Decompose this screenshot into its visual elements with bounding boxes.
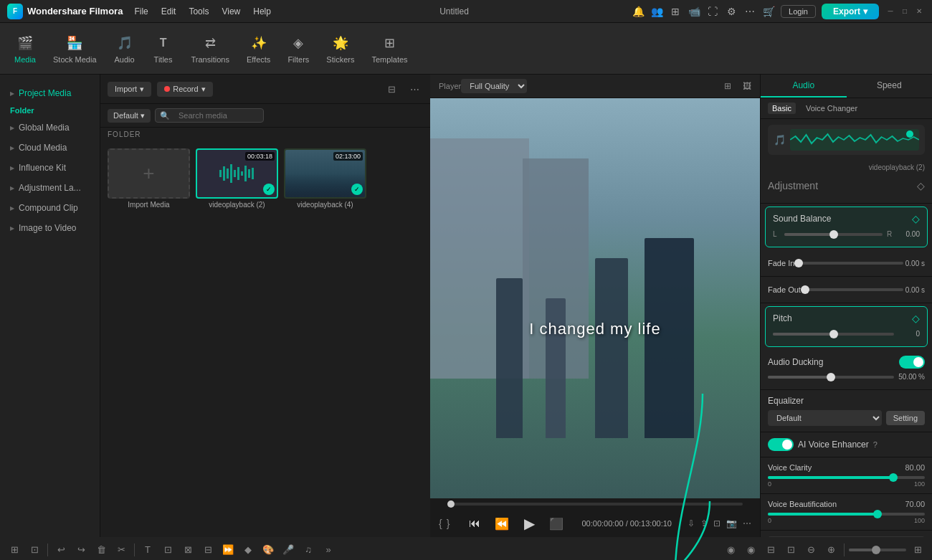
redo-button[interactable]: ↪ [72,541,90,559]
cart-icon[interactable]: 🛒 [762,5,775,18]
notification-icon[interactable]: 🔔 [632,5,645,18]
grid-view-icon-2[interactable]: ⊞ [724,81,731,91]
keyframe-tool[interactable]: ◆ [239,541,257,559]
menu-tools[interactable]: Tools [183,5,214,18]
equalizer-select[interactable]: Default [768,410,882,426]
sound-balance-diamond-icon[interactable]: ◇ [912,213,920,224]
fade-in-thumb[interactable] [794,259,803,267]
split-tool[interactable]: ⊟ [199,541,217,559]
audio-ducking-toggle[interactable] [899,356,925,369]
pitch-diamond-icon[interactable]: ◇ [912,313,920,324]
snap-icon[interactable]: ⊞ [6,541,23,559]
zoom-slider[interactable] [849,549,906,551]
remove-icon[interactable]: ⊖ [802,541,819,559]
pitch-thumb[interactable] [829,330,838,338]
stop-button[interactable]: ⬛ [547,514,566,533]
more-options-icon[interactable]: ⋯ [406,80,423,98]
menu-file[interactable]: File [128,5,153,18]
audio-ducking-thumb[interactable] [827,373,835,381]
transform-tool[interactable]: ⊡ [159,541,176,559]
skip-back-button[interactable]: ⏮ [465,514,484,533]
mark-out-icon[interactable]: ◉ [742,541,759,559]
more-icon[interactable]: ⋯ [743,518,751,528]
layout-btn[interactable]: ⊞ [909,541,926,559]
community-icon[interactable]: 👥 [650,5,663,18]
color-tool[interactable]: 🎨 [260,541,277,559]
cut-button[interactable]: ✂ [113,541,130,559]
sound-balance-slider[interactable] [784,233,883,236]
insert-icon[interactable]: ⇩ [688,518,695,528]
detach-audio-icon[interactable]: ⊡ [713,518,721,528]
import-button[interactable]: Import ▾ [108,82,151,97]
fade-out-thumb[interactable] [801,285,809,294]
delete-button[interactable]: 🗑 [92,541,110,559]
default-dropdown[interactable]: Default ▾ [108,109,151,123]
search-input[interactable] [173,109,259,122]
minimize-button[interactable]: ─ [885,6,896,17]
apps-icon[interactable]: ⋯ [743,5,756,18]
sidebar-item-influence-kit[interactable]: ▶ Influence Kit [0,158,100,178]
toolbar-filters[interactable]: ◈ Filters [280,29,316,68]
media-thumb-vp2[interactable]: 00:03:18 ✓ videoplayback (2) [196,148,278,209]
toolbar-titles[interactable]: T Titles [146,29,181,68]
voice-beautification-slider[interactable] [768,513,925,516]
export-dropdown-icon[interactable]: ▾ [863,6,867,16]
pitch-slider[interactable] [773,333,894,336]
sidebar-item-global-media[interactable]: ▶ Global Media [0,118,100,138]
settings-icon[interactable]: ⚙ [725,5,738,18]
media-thumb-vp4[interactable]: 02:13:00 ✓ videoplayback (4) [284,148,366,209]
sidebar-item-image-to-video[interactable]: ▶ Image to Video [0,218,100,238]
play-pause-button[interactable]: ▶ [520,514,538,533]
undo-button[interactable]: ↩ [52,541,70,559]
subtab-voice-changer[interactable]: Voice Changer [802,103,862,114]
step-back-button[interactable]: ⏪ [493,514,511,533]
quality-select[interactable]: Full Quality [461,79,527,93]
tab-audio[interactable]: Audio [761,75,847,98]
split-clip-icon[interactable]: ⊟ [762,541,779,559]
sidebar-item-project-media[interactable]: ▶ Project Media [0,83,100,103]
ai-help-icon[interactable]: ? [873,440,878,449]
toolbar-stock-media[interactable]: 🏪 Stock Media [46,29,104,68]
mark-in-icon[interactable]: ◉ [722,541,739,559]
sidebar-item-adjustment[interactable]: ▶ Adjustment La... [0,178,100,198]
fade-out-slider[interactable] [801,288,903,291]
subtitle-icon[interactable]: ⊡ [782,541,799,559]
voice-clarity-slider[interactable] [768,476,925,479]
audio-track-item[interactable]: 🎵 [768,125,925,155]
menu-edit[interactable]: Edit [156,5,182,18]
fullscreen-icon[interactable]: ⛶ [706,5,719,18]
speed-tool[interactable]: ⏩ [219,541,237,559]
record-button[interactable]: Record ▾ [157,82,212,97]
insert-override-icon[interactable]: ⇪ [700,518,708,528]
text-tool[interactable]: T [139,541,156,559]
menu-view[interactable]: View [216,5,246,18]
audio-sync[interactable]: ♫ [300,541,317,559]
sound-balance-thumb[interactable] [829,230,838,239]
ai-voice-toggle[interactable] [768,438,794,451]
adjustment-diamond-icon[interactable]: ◇ [917,180,925,191]
maximize-button[interactable]: □ [899,6,910,17]
equalizer-setting-button[interactable]: Setting [886,411,925,425]
close-button[interactable]: ✕ [913,6,925,17]
sidebar-item-compound-clip[interactable]: ▶ Compound Clip [0,198,100,218]
thumbnail-icon[interactable]: 📷 [726,518,737,528]
progress-dot[interactable] [447,500,455,508]
sidebar-item-cloud-media[interactable]: ▶ Cloud Media [0,138,100,158]
magnet-icon[interactable]: ⊡ [26,541,43,559]
toolbar-transitions[interactable]: ⇄ Transitions [184,29,237,68]
fade-in-slider[interactable] [794,262,903,265]
menu-help[interactable]: Help [247,5,277,18]
filter-icon[interactable]: ⊟ [383,80,400,98]
audio-ducking-slider[interactable] [768,376,894,379]
voice-tool[interactable]: 🎤 [280,541,297,559]
toolbar-effects[interactable]: ✨ Effects [239,29,277,68]
more-tl[interactable]: » [320,541,337,559]
preview-progress-bar[interactable] [447,503,743,506]
import-media-thumb[interactable]: + Import Media [108,148,190,209]
zoom-thumb[interactable] [872,546,880,554]
export-button[interactable]: Export ▾ [822,4,879,19]
login-button[interactable]: Login [781,5,816,18]
add-icon[interactable]: ⊕ [822,541,840,559]
toolbar-templates[interactable]: ⊞ Templates [364,29,414,68]
crop-tool[interactable]: ⊠ [179,541,196,559]
